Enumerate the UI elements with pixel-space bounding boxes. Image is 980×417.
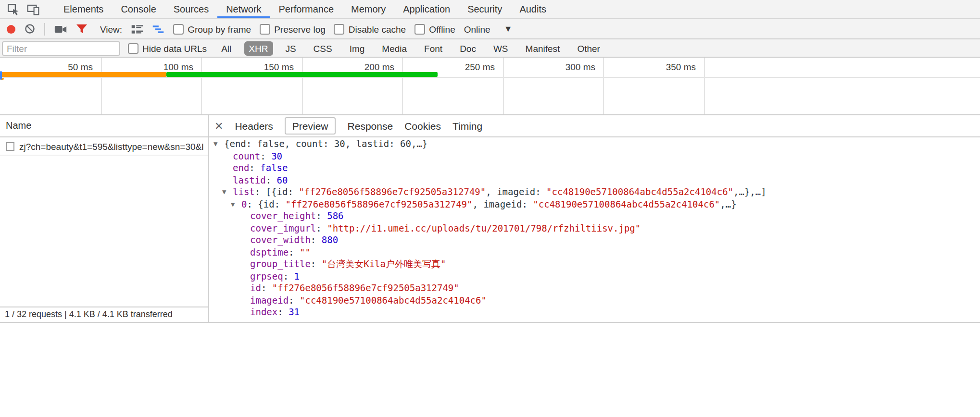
json-text: : [311,258,322,269]
preview-line[interactable]: group_title: "台湾美女Kila户外唯美写真" [209,258,980,270]
filter-type-ws[interactable]: WS [489,41,513,55]
filter-type-all[interactable]: All [216,41,236,55]
json-key: cover_imgurl [250,222,316,233]
filter-type-doc[interactable]: Doc [455,41,481,55]
name-column-header[interactable]: Name [0,115,208,137]
filter-input[interactable] [2,41,120,55]
json-text: : [249,162,260,173]
timeline-overview[interactable]: 50 ms100 ms150 ms200 ms250 ms300 ms350 m… [0,58,980,115]
devtools-window: ElementsConsoleSourcesNetworkPerformance… [0,0,980,417]
detail-tab-response[interactable]: Response [348,120,393,132]
filter-type-font[interactable]: Font [419,41,447,55]
tab-audits[interactable]: Audits [511,0,555,18]
json-string: "cc48190e57100864abc4d55a2c4104c6" [300,294,487,305]
json-text: : [316,222,327,233]
checkbox-box [173,24,184,34]
preview-line[interactable]: ▼list: [{id: "ff276e8056f58896e7cf92505a… [209,186,980,198]
preview-line[interactable]: cover_imgurl: "http://i1.umei.cc/uploads… [209,222,980,234]
filter-type-media[interactable]: Media [377,41,412,55]
tab-console[interactable]: Console [112,0,164,18]
json-text: : [{id: [255,186,299,197]
tab-performance[interactable]: Performance [270,0,343,18]
json-key: list [233,186,255,197]
record-button[interactable] [7,25,15,33]
checkbox-disable-cache[interactable]: Disable cache [334,24,406,34]
json-string: "" [300,246,311,257]
filter-type-js[interactable]: JS [280,41,301,55]
detail-tab-headers[interactable]: Headers [235,120,273,132]
preview-line[interactable]: lastid: 60 [209,174,980,186]
toolbar-checkboxes: Group by framePreserve logDisable cacheO… [173,24,455,34]
json-text: : [289,246,300,257]
checkbox-box [415,24,425,34]
device-toolbar-icon[interactable] [27,3,39,15]
json-text: : [283,270,294,281]
json-key: imageid [250,294,289,305]
json-key: end [233,162,249,173]
preview-line[interactable]: index: 31 [209,307,980,319]
disclosure-triangle-icon[interactable]: ▼ [231,198,235,210]
disclosure-triangle-icon[interactable]: ▼ [222,186,226,198]
preview-line[interactable]: id: "ff276e8056f58896e7cf92505a312749" [209,282,980,294]
json-string: "台湾美女Kila户外唯美写真" [322,258,446,269]
filter-type-manifest[interactable]: Manifest [521,41,565,55]
devtools-tabs: ElementsConsoleSourcesNetworkPerformance… [55,0,555,18]
json-text: : [260,150,271,161]
tab-memory[interactable]: Memory [342,0,394,18]
tab-security[interactable]: Security [459,0,511,18]
inspect-element-icon[interactable] [7,3,19,15]
json-key: group_title [250,258,311,269]
tab-network[interactable]: Network [217,0,270,18]
json-number: 586 [327,210,343,221]
checkbox-box [334,24,345,34]
preview-line[interactable]: ▼{end: false, count: 30, lastid: 60,…} [209,138,980,150]
timeline-gridline [603,58,604,114]
tab-elements[interactable]: Elements [55,0,112,18]
network-filter-bar: Hide data URLs AllXHRJSCSSImgMediaFontDo… [0,39,980,58]
checkbox-offline[interactable]: Offline [415,24,455,34]
json-text: , imageid: [486,186,546,197]
detail-tab-bar: ✕ HeadersPreviewResponseCookiesTiming [209,115,980,137]
detail-tab-preview[interactable]: Preview [285,117,336,135]
detail-tab-timing[interactable]: Timing [452,120,482,132]
preview-line[interactable]: grpseq: 1 [209,270,980,282]
request-name: zj?ch=beauty&t1=595&listtype=new&sn=30&l [19,141,204,151]
preview-line[interactable]: imageid: "cc48190e57100864abc4d55a2c4104… [209,294,980,307]
capture-screenshots-icon[interactable] [54,23,67,35]
preview-line[interactable]: cover_height: 586 [209,210,980,222]
preview-line[interactable]: cover_width: 880 [209,234,980,246]
devtools-left-icons [0,0,45,18]
disclosure-triangle-icon[interactable]: ▼ [214,138,217,150]
filter-type-img[interactable]: Img [345,41,370,55]
filter-type-other[interactable]: Other [572,41,605,55]
json-number: 60 [277,174,288,185]
timeline-bar [0,72,166,76]
filter-funnel-icon[interactable] [76,23,88,35]
preview-line[interactable]: dsptime: "" [209,246,980,258]
filter-type-css[interactable]: CSS [309,41,337,55]
timeline-gridline [503,58,503,114]
json-number: 1 [294,270,300,281]
checkbox-group-by-frame[interactable]: Group by frame [173,24,251,34]
preview-line[interactable]: count: 30 [209,150,980,162]
filter-type-xhr[interactable]: XHR [244,41,273,55]
hide-data-urls-checkbox[interactable]: Hide data URLs [128,43,207,53]
tab-sources[interactable]: Sources [165,0,217,18]
tab-application[interactable]: Application [394,0,459,18]
checkbox-preserve-log[interactable]: Preserve log [260,24,326,34]
throttling-select[interactable]: Online ▼ [464,24,513,34]
throttling-value: Online [464,24,490,34]
preview-line[interactable]: ▼0: {id: "ff276e8056f58896e7cf92505a3127… [209,198,980,210]
json-key: cover_height [250,210,316,221]
json-text: : {id: [247,198,285,209]
close-icon[interactable]: ✕ [214,121,223,131]
checkbox-label: Group by frame [188,24,251,34]
clear-button[interactable] [24,23,36,35]
json-string: "ff276e8056f58896e7cf92505a312749" [299,186,486,197]
show-overview-icon[interactable] [152,23,164,35]
preview-line[interactable]: end: false [209,162,980,174]
detail-tab-cookies[interactable]: Cookies [404,120,441,132]
request-row[interactable]: zj?ch=beauty&t1=595&listtype=new&sn=30&l [0,137,208,156]
json-key: cover_width [250,234,311,245]
large-request-rows-icon[interactable] [131,23,143,35]
